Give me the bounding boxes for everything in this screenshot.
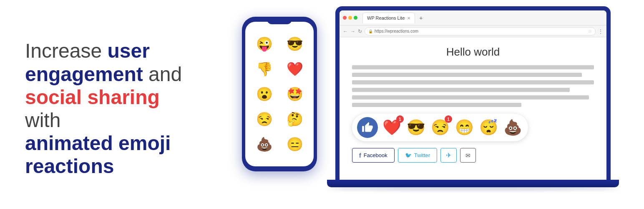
phone-emoji-6: 🤩 bbox=[280, 82, 309, 106]
poop-emoji: 💩 bbox=[503, 119, 522, 136]
facebook-label: Facebook bbox=[364, 152, 387, 158]
love-badge: 1 bbox=[396, 115, 404, 123]
tab-label: WP Reactions Lite bbox=[367, 15, 405, 20]
sleepy-emoji: 😴 bbox=[479, 119, 498, 136]
back-button[interactable]: ← bbox=[343, 28, 348, 34]
phone-emoji-9: 💩 bbox=[249, 132, 279, 156]
headline-increase: Increase bbox=[25, 40, 107, 62]
text-line-1 bbox=[352, 65, 594, 69]
new-tab-icon[interactable]: + bbox=[419, 15, 423, 21]
twitter-icon: 🐦 bbox=[405, 152, 412, 158]
headline-reactions: reactions bbox=[25, 155, 114, 177]
browser-tab-bar: WP Reactions Lite ✕ + bbox=[340, 10, 606, 25]
text-line-5 bbox=[352, 95, 589, 99]
browser-nav-bar: ← → ↻ 🔒 https://wpreactions.com ☆ ⋮ bbox=[340, 25, 606, 37]
browser-dots bbox=[343, 16, 357, 20]
phone-emoji-4: ❤️ bbox=[280, 57, 309, 81]
text-line-2 bbox=[352, 73, 582, 77]
phone-device: 😜 😎 👎 ❤️ 😮 🤩 😒 🤔 💩 😑 bbox=[242, 17, 317, 171]
email-share-button[interactable]: ✉ bbox=[460, 148, 476, 163]
reaction-haha-btn[interactable]: 😁 bbox=[454, 117, 475, 138]
main-container: Increase user engagement and social shar… bbox=[0, 0, 644, 209]
reaction-love-btn[interactable]: ❤️ 1 bbox=[381, 117, 402, 138]
telegram-share-button[interactable]: ✈ bbox=[440, 148, 457, 163]
devices-section: 😜 😎 👎 ❤️ 😮 🤩 😒 🤔 💩 😑 bbox=[192, 0, 627, 209]
reaction-sad-btn[interactable]: 😒 1 bbox=[430, 117, 450, 138]
headline: Increase user engagement and social shar… bbox=[25, 39, 192, 178]
headline-with: with bbox=[25, 109, 60, 131]
dot-green bbox=[354, 16, 357, 20]
laptop-base bbox=[327, 180, 619, 187]
lock-icon: 🔒 bbox=[368, 29, 373, 33]
facebook-icon: f bbox=[359, 152, 361, 159]
twitter-share-button[interactable]: 🐦 Twitter bbox=[398, 148, 437, 163]
laptop-shadow bbox=[327, 187, 619, 190]
reaction-like-btn[interactable] bbox=[357, 117, 378, 138]
facebook-share-button[interactable]: f Facebook bbox=[352, 148, 395, 163]
telegram-icon: ✈ bbox=[446, 151, 451, 159]
phone-notch bbox=[267, 17, 292, 24]
reload-button[interactable]: ↻ bbox=[358, 28, 362, 34]
laptop-screen: WP Reactions Lite ✕ + ← → ↻ 🔒 https://wp… bbox=[340, 10, 606, 180]
headline-user: user bbox=[107, 40, 149, 62]
browser-content: Hello world bbox=[340, 37, 606, 171]
text-line-3 bbox=[352, 80, 594, 84]
headline-animated-emoji: animated emoji bbox=[25, 132, 171, 154]
phone-emoji-10: 😑 bbox=[280, 132, 309, 156]
phone-emoji-8: 🤔 bbox=[280, 107, 309, 131]
content-text-lines bbox=[352, 65, 594, 107]
page-title: Hello world bbox=[352, 46, 594, 59]
reaction-cool-btn[interactable]: 😎 bbox=[405, 117, 426, 138]
reaction-sleepy-btn[interactable]: 😴 bbox=[478, 117, 499, 138]
phone-emoji-1: 😜 bbox=[249, 32, 279, 56]
dot-yellow bbox=[348, 16, 352, 20]
haha-emoji: 😁 bbox=[455, 119, 474, 136]
phone-emoji-5: 😮 bbox=[249, 82, 279, 106]
url-text: https://wpreactions.com bbox=[375, 29, 418, 33]
headline-and: and bbox=[143, 63, 182, 85]
laptop-body: WP Reactions Lite ✕ + ← → ↻ 🔒 https://wp… bbox=[335, 6, 611, 180]
cool-emoji: 😎 bbox=[407, 119, 425, 136]
browser-menu-icon[interactable]: ⋮ bbox=[598, 28, 603, 34]
thumbs-up-icon bbox=[362, 122, 373, 133]
tab-close-icon[interactable]: ✕ bbox=[407, 16, 410, 20]
headline-social-sharing: social sharing bbox=[25, 86, 160, 108]
twitter-label: Twitter bbox=[414, 152, 430, 158]
phone-emoji-2: 😎 bbox=[280, 32, 309, 56]
text-line-4 bbox=[352, 88, 570, 92]
browser-tab[interactable]: WP Reactions Lite ✕ bbox=[362, 13, 415, 23]
phone-emoji-7: 😒 bbox=[249, 107, 279, 131]
phone-screen: 😜 😎 👎 ❤️ 😮 🤩 😒 🤔 💩 😑 bbox=[245, 22, 314, 166]
bookmark-icon[interactable]: ☆ bbox=[588, 29, 592, 33]
laptop-device: WP Reactions Lite ✕ + ← → ↻ 🔒 https://wp… bbox=[335, 6, 619, 190]
share-buttons-row: f Facebook 🐦 Twitter ✈ ✉ bbox=[352, 148, 594, 163]
dot-red bbox=[343, 16, 347, 20]
hero-text: Increase user engagement and social shar… bbox=[17, 31, 192, 178]
sad-badge: 1 bbox=[445, 115, 452, 123]
phone-emoji-3: 👎 bbox=[249, 57, 279, 81]
reaction-poop-btn[interactable]: 💩 bbox=[502, 117, 523, 138]
forward-button[interactable]: → bbox=[350, 28, 355, 34]
email-icon: ✉ bbox=[465, 152, 470, 159]
address-bar[interactable]: 🔒 https://wpreactions.com ☆ bbox=[365, 27, 596, 36]
headline-engagement: engagement bbox=[25, 63, 143, 85]
text-line-6 bbox=[352, 103, 521, 107]
reactions-bar: ❤️ 1 😎 😒 1 bbox=[352, 114, 528, 141]
